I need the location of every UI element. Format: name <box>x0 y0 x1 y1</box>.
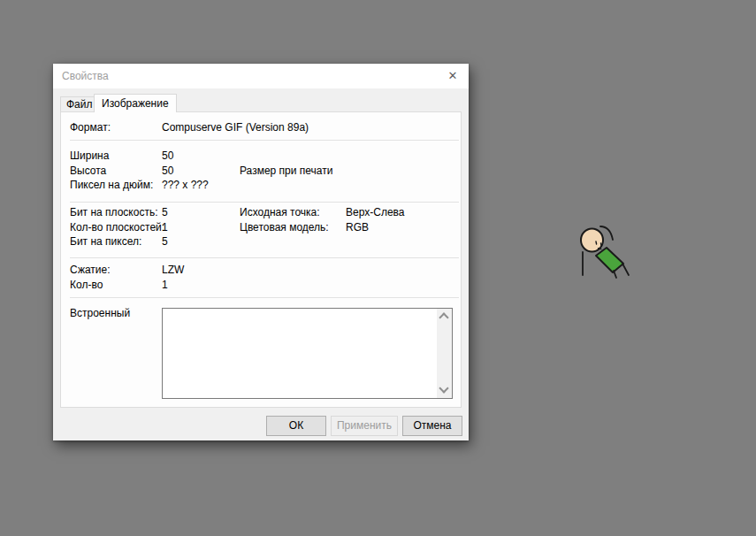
plane-count-label: Кол-во плоскостей: <box>70 221 164 234</box>
tab-file[interactable]: Файл <box>60 96 99 112</box>
dialog-title: Свойства <box>62 64 109 88</box>
height-value: 50 <box>162 165 173 178</box>
bits-per-plane-label: Бит на плоскость: <box>70 206 158 219</box>
count-value: 1 <box>162 279 168 292</box>
ok-button[interactable]: ОК <box>266 416 326 436</box>
close-icon[interactable]: ✕ <box>443 68 462 84</box>
bits-per-pixel-value: 5 <box>162 235 168 249</box>
separator <box>70 257 459 258</box>
height-label: Высота <box>70 165 106 178</box>
compression-value: LZW <box>162 264 184 277</box>
cancel-button[interactable]: Отмена <box>402 416 462 436</box>
plane-count-value: 1 <box>162 221 168 234</box>
compression-label: Сжатие: <box>70 264 111 277</box>
chevron-down-icon <box>439 383 448 393</box>
dpi-value: ??? x ??? <box>162 179 209 192</box>
tab-image-label: Изображение <box>102 97 169 110</box>
tab-file-label: Файл <box>66 98 93 111</box>
width-label: Ширина <box>70 149 109 163</box>
format-value: Compuserve GIF (Version 89a) <box>162 121 309 134</box>
color-model-value: RGB <box>346 221 369 234</box>
dpi-label: Пиксел на дюйм: <box>70 179 153 192</box>
stick-figure-character <box>573 223 631 281</box>
image-tab-panel: Формат: Compuserve GIF (Version 89a) Шир… <box>60 111 462 408</box>
print-size-label: Размер при печати <box>240 165 332 178</box>
apply-button[interactable]: Применить <box>331 416 398 436</box>
bits-per-pixel-label: Бит на пиксел: <box>70 235 141 249</box>
bits-per-plane-value: 5 <box>162 206 168 219</box>
separator <box>70 297 459 298</box>
separator <box>70 202 459 203</box>
origin-value: Верх-Слева <box>346 206 404 219</box>
vertical-scrollbar[interactable] <box>437 309 452 398</box>
chevron-up-icon <box>439 312 448 322</box>
scroll-down-button[interactable] <box>437 383 452 398</box>
separator <box>70 140 459 141</box>
scroll-up-button[interactable] <box>437 309 452 324</box>
format-label: Формат: <box>70 121 111 134</box>
count-label: Кол-во <box>70 279 103 292</box>
embedded-label: Встроенный <box>70 307 130 320</box>
tab-image[interactable]: Изображение <box>94 94 177 112</box>
width-value: 50 <box>162 149 173 163</box>
properties-dialog: Свойства ✕ Файл Изображение Формат: Comp… <box>53 64 469 440</box>
dialog-titlebar[interactable]: Свойства ✕ <box>53 64 469 88</box>
embedded-textarea[interactable] <box>162 308 453 399</box>
origin-label: Исходная точка: <box>240 206 320 219</box>
desktop-background: Свойства ✕ Файл Изображение Формат: Comp… <box>0 0 756 536</box>
color-model-label: Цветовая модель: <box>240 221 329 234</box>
